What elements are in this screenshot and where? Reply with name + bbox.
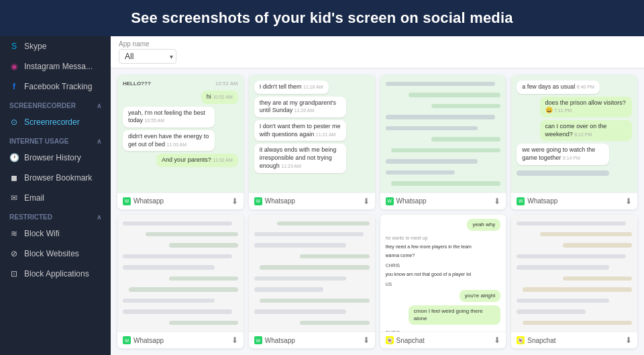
screenshot-footer-2: W Whatsapp ⬇ — [249, 193, 375, 209]
blur-line — [391, 181, 500, 185]
sidebar-item-block-applications[interactable]: ⊡ Block Applications — [0, 264, 111, 284]
chat-bubble: we were going to watch the game together… — [517, 144, 608, 164]
download-icon-4[interactable]: ⬇ — [625, 197, 632, 206]
blur-line — [260, 299, 369, 303]
history-icon: 🕐 — [9, 153, 19, 162]
snapchat-icon-8: 👻 — [517, 336, 525, 344]
chat-bubble: it always ends with me being irresponsib… — [254, 144, 346, 172]
app-label-3: Whatsapp — [396, 197, 427, 205]
app-label-7: Snapchat — [396, 337, 425, 344]
blur-line — [254, 287, 323, 291]
whatsapp-icon-5: W — [123, 336, 131, 344]
app-name-3: W Whatsapp — [386, 197, 427, 205]
sidebar-item-facebook[interactable]: f Facebook Tracking — [0, 77, 111, 97]
download-icon-2[interactable]: ⬇ — [363, 197, 370, 206]
chat-bubble: they are at my grandparent's until Sunda… — [254, 97, 346, 117]
sidebar-label-screenrecorder: Screenrecorder — [24, 117, 80, 127]
blur-line — [129, 287, 238, 291]
sidebar-item-email[interactable]: ✉ Email — [0, 188, 111, 208]
sidebar-item-block-wifi[interactable]: ≋ Block Wifi — [0, 223, 111, 244]
screenshot-footer-1: W Whatsapp ⬇ — [117, 193, 244, 209]
blur-line — [540, 232, 632, 236]
header-title: See screenshots of your kid's screen on … — [131, 9, 513, 26]
screenshot-card-5: W Whatsapp ⬇ — [117, 215, 244, 349]
blur-line — [386, 126, 478, 130]
section-label-screenrecorder: SCREENRECORDER — [9, 102, 76, 109]
blur-line — [254, 276, 346, 281]
blur-line — [386, 82, 495, 86]
download-icon-6[interactable]: ⬇ — [363, 336, 370, 345]
chat-bubble: yeah why — [467, 219, 500, 231]
app-name-8: 👻 Snapchat — [517, 336, 555, 344]
blur-line — [517, 170, 608, 176]
app-filter-select[interactable]: All WhatsApp Snapchat Instagram — [119, 49, 176, 64]
blur-line — [277, 221, 369, 225]
whatsapp-icon-1: W — [123, 197, 131, 205]
download-icon-1[interactable]: ⬇ — [231, 197, 238, 206]
blur-line — [260, 265, 369, 269]
sidebar-item-browser-history[interactable]: 🕐 Browser History — [0, 148, 111, 168]
blur-line — [123, 309, 232, 313]
skype-icon: S — [9, 42, 19, 51]
chat-bubble: you're alright — [460, 290, 501, 302]
blur-line — [517, 221, 626, 225]
screenshot-preview-1: HELLO???10:52 AM hi 10:52 AM yeah, I'm n… — [117, 75, 244, 193]
screenshot-footer-6: W Whatsapp ⬇ — [249, 332, 375, 348]
blur-line — [123, 299, 215, 303]
main-layout: S Skype ◉ Instagram Messa... f Facebook … — [0, 36, 644, 355]
website-block-icon: ⊘ — [9, 249, 19, 258]
blur-line — [123, 221, 232, 225]
sidebar-label-block-applications: Block Applications — [24, 269, 89, 278]
blur-line — [300, 321, 369, 325]
sidebar-label-browser-bookmark: Browser Bookmark — [24, 173, 92, 183]
sidebar-label-email: Email — [24, 193, 44, 203]
screenshot-preview-6 — [249, 215, 375, 332]
chevron-up-icon: ∧ — [97, 102, 101, 109]
download-icon-3[interactable]: ⬇ — [494, 197, 500, 206]
screenshot-preview-3 — [380, 75, 506, 193]
sidebar-item-skype[interactable]: S Skype — [0, 36, 111, 56]
blur-line — [517, 309, 586, 313]
blur-line — [523, 321, 632, 325]
wifi-icon: ≋ — [9, 229, 19, 238]
sidebar-item-instagram[interactable]: ◉ Instagram Messa... — [0, 56, 111, 77]
sidebar-label-skype: Skype — [24, 42, 46, 51]
snapchat-icon-7: 👻 — [386, 336, 394, 344]
app-label-1: Whatsapp — [133, 197, 164, 205]
app-name-4: W Whatsapp — [517, 197, 557, 205]
blur-line — [563, 243, 632, 247]
screenshot-preview-7: yeah why he wants to meet up they need a… — [380, 215, 506, 332]
screenshot-card-1: HELLO???10:52 AM hi 10:52 AM yeah, I'm n… — [117, 75, 244, 209]
chevron-up-icon-restricted: ∧ — [97, 213, 101, 221]
filter-bar: App name All WhatsApp Snapchat Instagram — [111, 36, 644, 68]
whatsapp-icon-3: W — [386, 197, 394, 205]
blur-line — [386, 159, 478, 163]
blur-line — [386, 115, 495, 119]
chat-bubble: didn't even have the energy to get out o… — [123, 130, 215, 151]
sidebar-label-block-websites: Block Websites — [24, 249, 79, 258]
chat-bubble: does the prison allow visitors? 😄 7:11 P… — [540, 97, 632, 117]
sidebar-item-browser-bookmark[interactable]: ◼ Browser Bookmark — [0, 168, 111, 188]
sidebar-item-block-websites[interactable]: ⊘ Block Websites — [0, 244, 111, 264]
blur-line — [523, 287, 632, 291]
blur-line — [391, 148, 500, 152]
screenshot-footer-8: 👻 Snapchat ⬇ — [511, 332, 637, 348]
chat-bubble: yeah, I'm not feeling the best today 10:… — [123, 107, 215, 128]
chat-bubble: a few days as usual 6:40 PM — [517, 81, 600, 94]
screenshot-preview-4: a few days as usual 6:40 PM does the pri… — [511, 75, 637, 193]
filter-label: App name — [119, 40, 176, 48]
download-icon-8[interactable]: ⬇ — [625, 336, 632, 345]
blur-line — [300, 254, 369, 258]
screenshot-card-8: 👻 Snapchat ⬇ — [511, 215, 637, 349]
download-icon-7[interactable]: ⬇ — [494, 336, 500, 345]
screenshot-card-4: a few days as usual 6:40 PM does the pri… — [511, 75, 637, 209]
chat-bubble: cmon I feel weird going there alone — [409, 305, 500, 325]
blur-line — [431, 104, 500, 108]
blur-line — [254, 243, 346, 247]
email-icon: ✉ — [9, 193, 19, 203]
download-icon-5[interactable]: ⬇ — [231, 336, 238, 345]
blur-line — [169, 243, 238, 247]
app-label-6: Whatsapp — [265, 337, 295, 344]
section-screenrecorder: SCREENRECORDER ∧ — [0, 97, 111, 112]
sidebar-item-screenrecorder[interactable]: ⊙ Screenrecorder — [0, 112, 111, 132]
